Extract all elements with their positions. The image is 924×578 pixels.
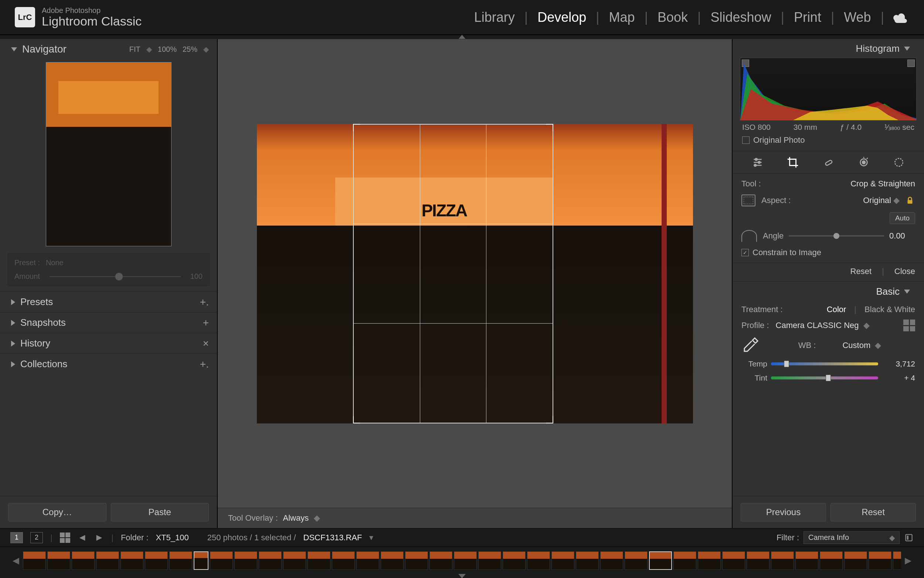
reset-button[interactable]: Reset [830, 503, 916, 521]
angle-value[interactable]: 0.00 [889, 231, 915, 241]
filmstrip-thumb[interactable] [47, 551, 70, 570]
treatment-color[interactable]: Color [827, 305, 846, 314]
folder-name[interactable]: XT5_100 [156, 533, 189, 542]
auto-straighten-button[interactable]: Auto [890, 212, 915, 224]
filmstrip-thumb[interactable] [307, 551, 330, 570]
filmstrip-thumb[interactable] [649, 551, 672, 570]
filmstrip-thumb[interactable] [552, 551, 574, 570]
filmstrip-thumb[interactable] [576, 551, 599, 570]
profile-browser-icon[interactable] [903, 320, 915, 331]
expand-bottom-icon[interactable] [458, 574, 466, 578]
filmstrip-thumb[interactable] [454, 551, 477, 570]
filmstrip-thumb[interactable] [893, 551, 901, 570]
filmstrip-thumb[interactable] [771, 551, 794, 570]
angle-icon[interactable] [741, 230, 757, 242]
aspect-icon[interactable] [741, 195, 756, 206]
redeye-tool-icon[interactable] [856, 155, 871, 170]
filter-dropdown[interactable]: Camera Info ◆ [804, 531, 900, 544]
filmstrip-thumb[interactable] [844, 551, 867, 570]
histogram-header[interactable]: Histogram [733, 39, 924, 58]
edit-sliders-icon[interactable] [750, 155, 765, 170]
filmstrip-thumb[interactable] [673, 551, 696, 570]
profile-value[interactable]: Camera CLASSIC Neg [776, 321, 859, 330]
filmstrip-thumb[interactable] [527, 551, 550, 570]
prev-photo-arrow[interactable]: ◄ [78, 532, 87, 543]
navigator-header[interactable]: Navigator FIT◆ 100% 25%◆ [0, 39, 217, 59]
filmstrip-thumb[interactable] [283, 551, 306, 570]
filmstrip-thumb[interactable] [210, 551, 233, 570]
collections-add-button[interactable]: +. [200, 358, 209, 370]
basic-header[interactable]: Basic [733, 282, 924, 301]
filmstrip-thumb[interactable] [23, 551, 46, 570]
temp-value[interactable]: 3,712 [882, 359, 915, 369]
filmstrip-thumb[interactable] [96, 551, 119, 570]
filmstrip-thumb[interactable] [332, 551, 355, 570]
copy-button[interactable]: Copy… [8, 503, 107, 521]
filmstrip-thumb[interactable] [356, 551, 379, 570]
filmstrip-right-arrow[interactable]: ► [903, 554, 914, 567]
history-clear-button[interactable]: × [203, 338, 209, 349]
module-slideshow[interactable]: Slideshow [701, 10, 781, 25]
filmstrip-thumb[interactable] [747, 551, 770, 570]
crop-reset-button[interactable]: Reset [850, 266, 872, 276]
tint-value[interactable]: + 4 [882, 373, 915, 382]
filmstrip-thumb[interactable] [869, 551, 892, 570]
treatment-bw[interactable]: Black & White [864, 305, 915, 314]
cloud-sync-icon[interactable] [891, 12, 909, 23]
filmstrip-thumb[interactable] [381, 551, 404, 570]
filter-toggle-icon[interactable] [904, 533, 914, 542]
temp-slider[interactable] [771, 362, 878, 365]
module-web[interactable]: Web [834, 10, 880, 25]
filmstrip-thumb[interactable] [429, 551, 452, 570]
image-canvas[interactable]: PIZZA [218, 39, 732, 508]
snapshots-add-button[interactable]: + [203, 317, 209, 329]
filmstrip-thumb[interactable] [625, 551, 647, 570]
filmstrip-thumb[interactable] [795, 551, 818, 570]
crop-handle-bl[interactable] [353, 416, 360, 424]
filmstrip-thumb[interactable] [722, 551, 745, 570]
crop-handle-br[interactable] [546, 416, 553, 424]
history-section[interactable]: History × [0, 333, 217, 354]
amount-slider[interactable] [50, 276, 181, 277]
crop-overlay[interactable] [353, 124, 553, 424]
grid-view-icon[interactable] [60, 533, 70, 543]
module-map[interactable]: Map [599, 10, 644, 25]
navigator-thumbnail[interactable] [46, 62, 172, 246]
wb-eyedropper-icon[interactable] [741, 336, 759, 354]
filename[interactable]: DSCF1313.RAF [303, 533, 362, 542]
collections-section[interactable]: Collections +. [0, 354, 217, 374]
filmstrip-thumb[interactable] [503, 551, 526, 570]
constrain-checkbox[interactable]: ✓ [741, 249, 749, 256]
histogram-canvas[interactable] [740, 58, 917, 120]
filmstrip-thumb[interactable] [145, 551, 168, 570]
wb-value[interactable]: Custom [842, 341, 871, 350]
filmstrip-thumb[interactable] [72, 551, 95, 570]
filmstrip-thumb[interactable] [600, 551, 623, 570]
filmstrip-thumb[interactable] [259, 551, 282, 570]
previous-button[interactable]: Previous [741, 503, 826, 521]
crop-handle-tr[interactable] [546, 124, 553, 131]
module-library[interactable]: Library [464, 10, 524, 25]
zoom-fit[interactable]: FIT [129, 45, 141, 54]
presets-section[interactable]: Presets +. [0, 291, 217, 312]
zoom-100[interactable]: 100% [158, 45, 177, 54]
original-photo-checkbox[interactable] [742, 136, 749, 144]
filmstrip-thumb[interactable] [405, 551, 428, 570]
healing-tool-icon[interactable] [821, 155, 836, 170]
module-develop[interactable]: Develop [528, 10, 596, 25]
paste-button[interactable]: Paste [111, 503, 209, 521]
filmstrip-thumb[interactable] [820, 551, 843, 570]
next-photo-arrow[interactable]: ► [94, 532, 104, 543]
crop-tool-icon[interactable] [785, 155, 800, 170]
tint-slider[interactable] [771, 377, 878, 380]
tool-overlay-value[interactable]: Always [283, 513, 309, 523]
crop-close-button[interactable]: Close [895, 266, 915, 276]
zoom-25[interactable]: 25% [183, 45, 197, 54]
aspect-lock-icon[interactable] [905, 195, 915, 206]
module-book[interactable]: Book [648, 10, 697, 25]
view-mode-1[interactable]: 1 [10, 532, 23, 543]
view-mode-2[interactable]: 2 [30, 532, 43, 543]
masking-tool-icon[interactable] [892, 155, 906, 170]
module-print[interactable]: Print [784, 10, 831, 25]
presets-add-button[interactable]: +. [200, 296, 209, 308]
